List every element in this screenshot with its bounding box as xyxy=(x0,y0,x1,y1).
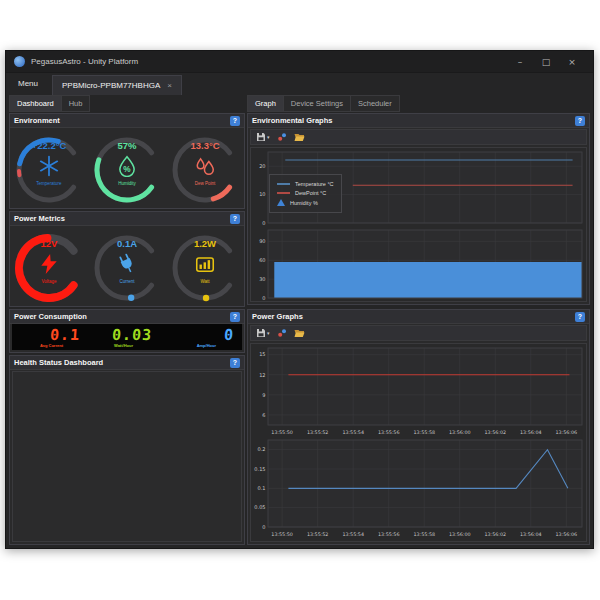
health-status-header: Health Status Dashboard ? xyxy=(10,356,244,370)
help-button[interactable]: ? xyxy=(230,358,240,368)
current-label: Current xyxy=(91,279,163,284)
environmental-graphs-header: Environmental Graphs ? xyxy=(248,114,589,128)
environmental-graphs-section: Environmental Graphs ? ▾ 20 xyxy=(247,113,590,305)
help-button[interactable]: ? xyxy=(575,312,585,322)
save-dropdown-caret[interactable]: ▾ xyxy=(267,134,270,140)
svg-text:13:55:56: 13:55:56 xyxy=(378,430,400,435)
svg-text:13:56:00: 13:56:00 xyxy=(449,430,471,435)
health-status-body xyxy=(12,371,242,542)
power-gauges: 12V Voltage 0.1A Current xyxy=(10,226,244,306)
svg-text:9: 9 xyxy=(262,392,265,398)
power-metrics-section: Power Metrics ? 12V Voltage 0.1A xyxy=(9,211,245,307)
save-icon[interactable]: ▾ xyxy=(256,132,270,142)
gauge-watt: 1.2W Watt xyxy=(169,228,241,304)
legend-item-humidity: Humidity % xyxy=(277,199,334,206)
power-current-chart[interactable]: 13:55:5013:55:5213:55:5413:55:5613:55:58… xyxy=(252,437,585,539)
environment-title: Environment xyxy=(14,116,60,125)
app-window: PegasusAstro - Unity Platform – □ × Menu… xyxy=(5,50,594,549)
scatter-points-icon[interactable] xyxy=(277,132,287,142)
legend-line-swatch xyxy=(277,183,290,185)
power-consumption-title: Power Consumption xyxy=(14,312,87,321)
power-metrics-title: Power Metrics xyxy=(14,214,65,223)
svg-text:13:55:50: 13:55:50 xyxy=(271,430,293,435)
dew-point-value: 13.3°C xyxy=(169,140,241,151)
scatter-points-icon[interactable] xyxy=(277,328,287,338)
power-charts: 13:55:5013:55:5213:55:5413:55:5613:55:58… xyxy=(250,343,587,542)
voltage-value: 12V xyxy=(13,238,85,249)
help-button[interactable]: ? xyxy=(575,116,585,126)
svg-text:12: 12 xyxy=(259,372,265,378)
avg-current-display-label: Avg Current xyxy=(40,343,63,348)
open-folder-icon[interactable] xyxy=(294,132,305,142)
svg-text:0: 0 xyxy=(262,524,265,530)
save-icon[interactable]: ▾ xyxy=(256,328,270,338)
help-button[interactable]: ? xyxy=(230,214,240,224)
graphs-panel: Graph Device Settings Scheduler Environm… xyxy=(247,95,590,545)
svg-text:0: 0 xyxy=(262,220,265,226)
svg-text:13:55:54: 13:55:54 xyxy=(342,430,364,435)
temperature-label: Temperature xyxy=(13,181,85,186)
temperature-value: +22.2°C xyxy=(13,140,85,151)
power-consumption-header: Power Consumption ? xyxy=(10,310,244,324)
help-button[interactable]: ? xyxy=(230,312,240,322)
svg-text:13:55:58: 13:55:58 xyxy=(413,532,435,537)
close-button[interactable]: × xyxy=(559,52,585,72)
current-value: 0.1A xyxy=(91,238,163,249)
voltage-label: Voltage xyxy=(13,279,85,284)
power-graphs-section: Power Graphs ? ▾ 13:55:5013 xyxy=(247,309,590,545)
health-status-title: Health Status Dashboard xyxy=(14,358,103,367)
title-bar: PegasusAstro - Unity Platform – □ × xyxy=(6,51,593,73)
dashboard-panel: Dashboard Hub Environment ? +22.2°C xyxy=(9,95,245,545)
gauge-dew-point: 13.3°C Dew Point xyxy=(169,130,241,206)
svg-text:30: 30 xyxy=(259,276,265,282)
svg-text:13:56:04: 13:56:04 xyxy=(520,430,542,435)
gauge-humidity: 57% % Humidity xyxy=(91,130,163,206)
svg-text:13:56:00: 13:56:00 xyxy=(449,532,471,537)
svg-text:13:55:52: 13:55:52 xyxy=(307,430,329,435)
left-tabs: Dashboard Hub xyxy=(9,95,90,111)
device-tab-label: PPBMicro-PPBM77HBHGA xyxy=(62,81,160,90)
amp-hour-display: 0 xyxy=(223,326,234,344)
save-dropdown-caret[interactable]: ▾ xyxy=(267,330,270,336)
power-voltage-chart[interactable]: 13:55:5013:55:5213:55:5413:55:5613:55:58… xyxy=(252,345,585,437)
menu-row: Menu PPBMicro-PPBM77HBHGA × xyxy=(6,73,593,95)
tab-graph[interactable]: Graph xyxy=(247,95,284,112)
maximize-button[interactable]: □ xyxy=(533,52,559,72)
svg-text:13:56:04: 13:56:04 xyxy=(520,532,542,537)
right-tabs: Graph Device Settings Scheduler xyxy=(247,95,400,111)
svg-text:15: 15 xyxy=(259,351,265,357)
environmental-humidity-chart[interactable]: 9060300 xyxy=(252,227,585,302)
environment-gauges: +22.2°C Temperature 57% % Humidity xyxy=(10,128,244,208)
svg-text:0.15: 0.15 xyxy=(254,466,265,472)
tab-device-settings[interactable]: Device Settings xyxy=(284,95,351,112)
tab-hub[interactable]: Hub xyxy=(62,95,91,112)
tab-dashboard[interactable]: Dashboard xyxy=(9,95,62,112)
chart-legend: Temperature °C DewPoint °C Humidity % xyxy=(269,174,342,213)
help-button[interactable]: ? xyxy=(230,116,240,126)
tab-device[interactable]: PPBMicro-PPBM77HBHGA × xyxy=(52,75,182,95)
menu-button[interactable]: Menu xyxy=(18,79,38,88)
power-metrics-header: Power Metrics ? xyxy=(10,212,244,226)
legend-item-temperature: Temperature °C xyxy=(277,181,334,187)
svg-text:%: % xyxy=(123,165,131,174)
power-graphs-title: Power Graphs xyxy=(252,312,303,321)
svg-text:90: 90 xyxy=(259,238,265,244)
avg-current-display: 0.1 xyxy=(49,326,80,344)
svg-text:13:56:02: 13:56:02 xyxy=(484,430,506,435)
gauge-temperature: +22.2°C Temperature xyxy=(13,130,85,206)
power-bars-icon xyxy=(194,253,216,275)
svg-text:13:55:54: 13:55:54 xyxy=(342,532,364,537)
dew-point-label: Dew Point xyxy=(169,181,241,186)
tab-scheduler[interactable]: Scheduler xyxy=(351,95,400,112)
svg-text:20: 20 xyxy=(259,163,265,169)
watt-value: 1.2W xyxy=(169,238,241,249)
watt-hour-display: 0.03 xyxy=(111,326,152,344)
svg-text:0.1: 0.1 xyxy=(258,485,266,491)
open-folder-icon[interactable] xyxy=(294,328,305,338)
close-tab-icon[interactable]: × xyxy=(167,81,172,90)
humidity-label: Humidity xyxy=(91,181,163,186)
minimize-button[interactable]: – xyxy=(507,52,533,72)
power-consumption-section: Power Consumption ? 0.1 Avg Current 0.03… xyxy=(9,309,245,353)
environment-section: Environment ? +22.2°C Temperature 57 xyxy=(9,113,245,209)
svg-text:6: 6 xyxy=(262,412,265,418)
